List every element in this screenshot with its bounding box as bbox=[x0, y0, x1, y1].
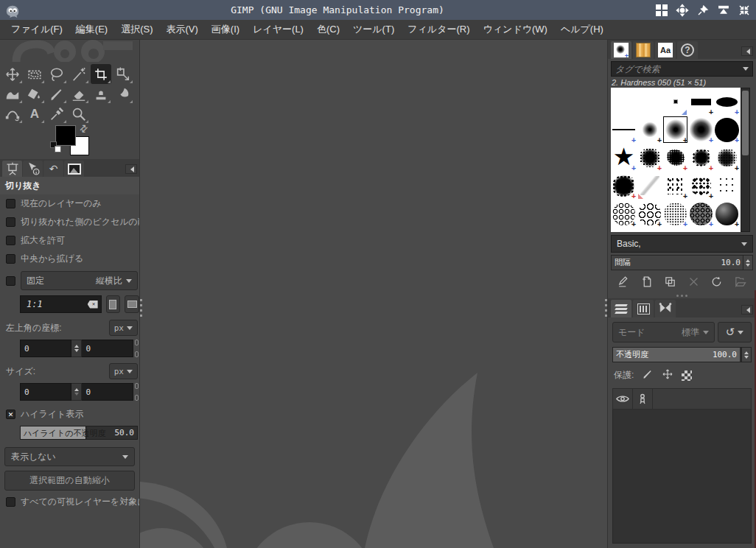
portrait-orientation-button[interactable] bbox=[106, 295, 121, 313]
checkbox[interactable] bbox=[6, 217, 15, 227]
workspace-grid-icon[interactable] bbox=[654, 3, 669, 18]
size-unit-dropdown[interactable]: px bbox=[109, 363, 138, 379]
menu-windows[interactable]: ウィンドウ(W) bbox=[476, 20, 553, 39]
brush-item-23[interactable] bbox=[662, 200, 688, 228]
highlight-opacity-slider[interactable]: ハイライトの不透明度 50.0 bbox=[20, 426, 138, 440]
color-picker-tool-button[interactable] bbox=[46, 104, 67, 124]
menu-tools[interactable]: ツール(T) bbox=[346, 20, 401, 39]
tab-brushes[interactable] bbox=[611, 41, 631, 59]
transform-tool-button[interactable] bbox=[113, 64, 133, 84]
brush-item-11[interactable] bbox=[611, 144, 637, 172]
position-unit-dropdown[interactable]: px bbox=[109, 320, 138, 336]
link-column-toggle[interactable] bbox=[633, 389, 653, 409]
tab-help[interactable]: ? bbox=[677, 41, 698, 59]
brush-item-9[interactable] bbox=[688, 116, 714, 144]
bucket-fill-tool-button[interactable] bbox=[24, 84, 45, 104]
brush-item-19[interactable] bbox=[688, 172, 714, 200]
size-spinner[interactable] bbox=[71, 383, 83, 401]
move-window-icon[interactable] bbox=[675, 3, 690, 18]
fixed-dropdown[interactable]: 固定 縦横比 bbox=[21, 271, 138, 290]
landscape-orientation-button[interactable] bbox=[125, 295, 139, 313]
zoom-tool-button[interactable] bbox=[69, 104, 89, 124]
layer-mode-dropdown[interactable]: モード 標準 bbox=[612, 322, 715, 342]
left-dock-collapse-button[interactable] bbox=[125, 164, 137, 174]
brush-item-7[interactable] bbox=[637, 116, 662, 144]
tab-layers[interactable] bbox=[611, 300, 631, 317]
tab-paths[interactable] bbox=[655, 300, 676, 317]
open-brush-as-image-button[interactable] bbox=[730, 273, 749, 290]
highlight-checkbox[interactable]: ✕ bbox=[6, 410, 15, 419]
tab-channels[interactable] bbox=[633, 300, 654, 317]
text-tool-button[interactable]: A bbox=[24, 104, 45, 124]
brush-item-3[interactable] bbox=[662, 88, 688, 116]
spacing-spinner[interactable] bbox=[743, 256, 752, 270]
position-x-field[interactable] bbox=[20, 340, 71, 357]
scrollbar-thumb[interactable] bbox=[742, 91, 749, 155]
aspect-ratio-input[interactable] bbox=[27, 299, 85, 309]
menu-file[interactable]: ファイル(F) bbox=[4, 20, 69, 39]
pin-icon[interactable] bbox=[696, 3, 710, 18]
checkbox[interactable] bbox=[6, 199, 15, 208]
paintbrush-tool-button[interactable] bbox=[46, 84, 67, 104]
duplicate-brush-button[interactable] bbox=[661, 273, 680, 290]
checkbox[interactable] bbox=[6, 497, 15, 507]
brush-item-4[interactable] bbox=[688, 88, 714, 116]
menu-image[interactable]: 画像(I) bbox=[205, 20, 246, 39]
chain-icon[interactable] bbox=[134, 340, 139, 357]
size-height-input[interactable] bbox=[85, 387, 129, 397]
smudge-tool-button[interactable] bbox=[113, 84, 133, 104]
tab-tool-options[interactable] bbox=[2, 161, 22, 177]
brush-item-21[interactable] bbox=[611, 200, 637, 228]
size-height-field[interactable] bbox=[82, 383, 133, 401]
menu-edit[interactable]: 編集(E) bbox=[69, 20, 114, 39]
tab-undo-history[interactable]: ↶ bbox=[43, 161, 63, 177]
brush-group-dropdown[interactable]: Basic, bbox=[611, 235, 753, 253]
auto-shrink-button[interactable]: 選択範囲の自動縮小 bbox=[4, 471, 135, 491]
brush-item-25[interactable] bbox=[714, 200, 740, 228]
menu-help[interactable]: ヘルプ(H) bbox=[554, 20, 610, 39]
aspect-ratio-entry[interactable] bbox=[20, 295, 102, 313]
position-y-field[interactable] bbox=[82, 340, 133, 357]
option-delete-cropped-pixels[interactable]: 切り抜かれた側のピクセルの削除 bbox=[0, 213, 139, 231]
position-x-input[interactable] bbox=[24, 344, 67, 354]
left-splitter-grip[interactable] bbox=[140, 299, 142, 317]
paths-tool-button[interactable] bbox=[2, 104, 23, 124]
layers-dock-collapse-button[interactable] bbox=[741, 305, 753, 315]
menu-filters[interactable]: フィルター(R) bbox=[401, 20, 476, 39]
clear-icon[interactable] bbox=[88, 301, 98, 309]
layer-mode-reset-button[interactable]: ↺ bbox=[718, 322, 752, 342]
option-allow-growing[interactable]: 拡大を許可 bbox=[0, 231, 139, 250]
checkbox[interactable] bbox=[6, 254, 15, 264]
size-width-input[interactable] bbox=[24, 387, 67, 397]
brush-item-28[interactable] bbox=[662, 228, 688, 232]
brush-item-18[interactable] bbox=[662, 172, 688, 200]
chain-icon[interactable] bbox=[134, 383, 139, 401]
brush-item-16[interactable] bbox=[611, 172, 637, 200]
move-tool-button[interactable] bbox=[2, 64, 23, 84]
brush-item-8[interactable] bbox=[662, 116, 688, 144]
dock-separator-handle[interactable] bbox=[608, 292, 756, 298]
guides-dropdown[interactable]: 表示しない bbox=[4, 447, 135, 466]
brush-item-24[interactable] bbox=[688, 200, 714, 228]
shade-window-icon[interactable] bbox=[716, 3, 731, 18]
layer-opacity-slider[interactable]: 不透明度 100.0 bbox=[612, 347, 752, 362]
rectangle-select-tool-button[interactable] bbox=[24, 64, 45, 84]
brush-item-22[interactable] bbox=[637, 200, 662, 228]
warp-transform-tool-button[interactable] bbox=[2, 84, 23, 104]
brush-item-30[interactable] bbox=[714, 228, 740, 232]
fixed-checkbox[interactable] bbox=[6, 276, 15, 286]
brush-grid-scrollbar[interactable] bbox=[741, 88, 750, 232]
tab-patterns[interactable] bbox=[633, 41, 654, 59]
brush-spacing-slider[interactable]: 間隔 10.0 bbox=[611, 255, 753, 270]
brush-item-26[interactable] bbox=[611, 228, 637, 232]
restore-window-icon[interactable] bbox=[737, 3, 752, 18]
layer-list[interactable] bbox=[612, 410, 752, 544]
checkbox[interactable] bbox=[6, 236, 15, 245]
option-highlight[interactable]: ✕ ハイライト表示 bbox=[0, 405, 139, 424]
lock-pixels-icon[interactable] bbox=[642, 368, 654, 382]
size-width-field[interactable] bbox=[20, 383, 71, 401]
option-shrink-merged[interactable]: すべての可視レイヤーを対象にする bbox=[0, 493, 139, 511]
brushes-dock-collapse-button[interactable] bbox=[741, 46, 753, 56]
brush-item-5[interactable] bbox=[714, 88, 740, 116]
refresh-brushes-button[interactable] bbox=[707, 273, 727, 290]
